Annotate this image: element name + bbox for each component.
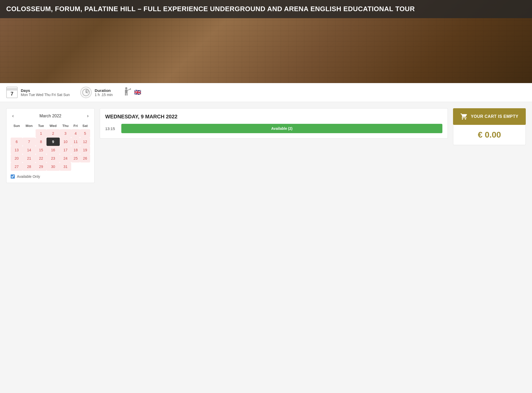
calendar-day[interactable]: 6: [11, 138, 23, 146]
calendar-day[interactable]: 26: [80, 154, 90, 162]
duration-label: Duration: [95, 88, 113, 93]
svg-rect-9: [130, 89, 131, 90]
calendar-day[interactable]: 29: [36, 162, 46, 171]
tour-guide-icon: [123, 87, 131, 98]
calendar-day[interactable]: 11: [71, 138, 80, 146]
weekday-header: Mon: [23, 122, 36, 129]
calendar-day[interactable]: 31: [60, 162, 71, 171]
calendar-day[interactable]: 25: [71, 154, 80, 162]
calendar-day[interactable]: 8: [36, 138, 46, 146]
svg-line-2: [86, 92, 88, 93]
weekday-header: Fri: [71, 122, 80, 129]
calendar-day[interactable]: 27: [11, 162, 23, 171]
cart-icon: [460, 113, 468, 120]
calendar-day[interactable]: 1: [36, 129, 46, 138]
timeslot-section: WEDNESDAY, 9 MARCH 2022 13:15Available (…: [100, 108, 448, 139]
cart-empty-label: YOUR CART IS EMPTY: [471, 114, 518, 119]
svg-rect-6: [127, 93, 128, 96]
days-info: 7 Days Mon Tue Wed Thu Fri Sat Sun: [6, 87, 70, 98]
timeslot-date: WEDNESDAY, 9 MARCH 2022: [105, 114, 442, 120]
calendar-day[interactable]: 12: [80, 138, 90, 146]
cart-section: YOUR CART IS EMPTY € 0.00: [453, 108, 526, 145]
calendar-day[interactable]: 19: [80, 146, 90, 154]
weekday-header: Wed: [46, 122, 59, 129]
timeslot-available-button[interactable]: Available (2): [121, 124, 442, 133]
calendar-day[interactable]: 4: [71, 129, 80, 138]
calendar-next-button[interactable]: ›: [85, 113, 90, 119]
available-only-checkbox[interactable]: [11, 174, 15, 179]
info-bar: 7 Days Mon Tue Wed Thu Fri Sat Sun Durat…: [0, 83, 532, 102]
cart-total-box: € 0.00: [453, 125, 526, 145]
calendar-grid: SunMonTueWedThuFriSat 123456789101112131…: [11, 122, 90, 171]
days-label: Days: [21, 88, 70, 93]
calendar-day[interactable]: 16: [46, 146, 59, 154]
svg-point-3: [125, 87, 127, 89]
days-value: Mon Tue Wed Thu Fri Sat Sun: [21, 93, 70, 97]
hero-title-bar: COLOSSEUM, FORUM, PALATINE HILL – FULL E…: [0, 0, 532, 18]
weekday-header: Sat: [80, 122, 90, 129]
duration-clock-icon: [80, 87, 92, 98]
guide-info: 🇬🇧: [123, 87, 141, 98]
calendar-day: [80, 162, 90, 171]
calendar-day[interactable]: 22: [36, 154, 46, 162]
guide-figure-svg: [123, 87, 131, 96]
calendar-day[interactable]: 3: [60, 129, 71, 138]
timeslot-time: 13:15: [105, 126, 118, 131]
calendar-day[interactable]: 20: [11, 154, 23, 162]
duration-value: 1 h .15 min: [95, 93, 113, 97]
calendar-prev-button[interactable]: ‹: [11, 113, 15, 119]
calendar-body: 1234567891011121314151617181920212223242…: [11, 129, 90, 171]
calendar-day[interactable]: 10: [60, 138, 71, 146]
calendar-day[interactable]: 15: [36, 146, 46, 154]
weekday-header: Thu: [60, 122, 71, 129]
language-flag-icon: 🇬🇧: [134, 89, 141, 96]
calendar-section: ‹ March 2022 › SunMonTueWedThuFriSat 123…: [6, 108, 95, 183]
calendar-day[interactable]: 23: [46, 154, 59, 162]
svg-rect-5: [125, 93, 126, 96]
calendar-header: ‹ March 2022 ›: [11, 113, 90, 119]
svg-rect-4: [125, 90, 128, 93]
calendar-day[interactable]: 13: [11, 146, 23, 154]
calendar-day: [11, 129, 23, 138]
calendar-day[interactable]: 9: [46, 138, 59, 146]
main-content: ‹ March 2022 › SunMonTueWedThuFriSat 123…: [0, 102, 532, 189]
calendar-day: [71, 162, 80, 171]
hero-banner: COLOSSEUM, FORUM, PALATINE HILL – FULL E…: [0, 0, 532, 83]
available-only-filter: Available Only: [11, 174, 90, 179]
timeslot-row: 13:15Available (2): [105, 124, 442, 133]
calendar-day-number: 7: [10, 91, 13, 97]
available-only-label[interactable]: Available Only: [17, 174, 40, 179]
timeslot-list: 13:15Available (2): [105, 124, 442, 133]
calendar-day[interactable]: 14: [23, 146, 36, 154]
page-title: COLOSSEUM, FORUM, PALATINE HILL – FULL E…: [6, 5, 526, 13]
calendar-day[interactable]: 5: [80, 129, 90, 138]
calendar-weekdays-row: SunMonTueWedThuFriSat: [11, 122, 90, 129]
calendar-day[interactable]: 30: [46, 162, 59, 171]
duration-info: Duration 1 h .15 min: [80, 87, 113, 98]
weekday-header: Tue: [36, 122, 46, 129]
days-calendar-icon: 7: [6, 87, 18, 98]
calendar-day[interactable]: 21: [23, 154, 36, 162]
calendar-day[interactable]: 28: [23, 162, 36, 171]
calendar-day[interactable]: 18: [71, 146, 80, 154]
cart-total-amount: € 0.00: [478, 130, 501, 139]
calendar-day[interactable]: 7: [23, 138, 36, 146]
cart-empty-button[interactable]: YOUR CART IS EMPTY: [453, 108, 526, 125]
calendar-month-label: March 2022: [39, 114, 62, 118]
clock-svg: [82, 88, 90, 97]
calendar-day[interactable]: 17: [60, 146, 71, 154]
calendar-day[interactable]: 24: [60, 154, 71, 162]
calendar-day: [23, 129, 36, 138]
calendar-day[interactable]: 2: [46, 129, 59, 138]
weekday-header: Sun: [11, 122, 23, 129]
calendar-icon-top: [7, 88, 17, 91]
